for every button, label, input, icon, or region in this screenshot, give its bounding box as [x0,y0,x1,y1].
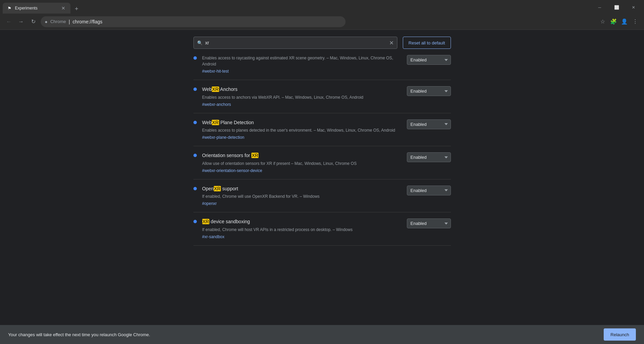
flag-description: Enables access to planes detected in the… [202,127,401,133]
main-content: 🔍 ✕ Reset all to default Enables access … [0,30,644,325]
flag-select-wrap: Default Enabled Disabled [407,119,451,129]
reload-button[interactable]: ↻ [28,17,38,26]
flag-description: Allow use of orientation sensors for XR … [202,160,401,167]
security-icon: ● [45,19,47,24]
flag-link[interactable]: #xr-sandbox [202,234,225,239]
tab-favicon: ⚑ [7,5,12,11]
flag-link[interactable]: #webxr-hit-test [202,69,229,74]
flag-enabled-indicator [193,154,197,157]
new-tab-button[interactable]: + [72,4,81,14]
flag-item: XR device sandboxing If enabled, Chrome … [193,212,451,246]
flag-item: OpenXR support If enabled, Chrome will u… [193,179,451,213]
flag-enabled-indicator [193,187,197,190]
search-clear-button[interactable]: ✕ [389,40,394,46]
flag-enabled-indicator [193,56,197,60]
minimize-button[interactable]: ─ [592,3,607,12]
flag-select[interactable]: Default Enabled Disabled [407,86,451,96]
search-input[interactable] [205,40,387,45]
flag-enabled-indicator [193,220,197,223]
tab-close-button[interactable]: ✕ [60,5,66,11]
flag-content: OpenXR support If enabled, Chrome will u… [202,186,401,206]
flag-highlight: XR [251,153,258,158]
forward-button[interactable]: → [16,17,26,26]
flag-title: WebXR Plane Detection [202,119,401,126]
flag-select[interactable]: Default Enabled Disabled [407,119,451,129]
flag-select-wrap: Default Enabled Disabled [407,86,451,96]
active-tab[interactable]: ⚑ Experiments ✕ [3,3,70,14]
flag-select[interactable]: Default Enabled Disabled [407,218,451,228]
flag-item: Orientation sensors for XR Allow use of … [193,146,451,179]
reset-all-button[interactable]: Reset all to default [403,37,451,49]
flag-content: Orientation sensors for XR Allow use of … [202,152,401,173]
flag-select[interactable]: Default Enabled Disabled [407,55,451,65]
flag-title: OpenXR support [202,186,401,192]
flag-highlight: XR [212,87,219,92]
flag-link[interactable]: #webxr-plane-detection [202,135,245,140]
flag-select-wrap: Default Enabled Disabled [407,186,451,195]
flag-content: Enables access to raycasting against est… [202,55,401,74]
back-button[interactable]: ← [4,17,14,26]
close-button[interactable]: ✕ [626,3,641,12]
flag-link[interactable]: #webxr-orientation-sensor-device [202,168,262,173]
flag-highlight: XR [202,219,209,224]
flag-item: WebXR Anchors Enables access to anchors … [193,80,451,113]
search-box[interactable]: 🔍 ✕ [193,37,397,49]
flag-description: Enables access to raycasting against est… [202,55,401,67]
flag-link[interactable]: #openxr [202,201,217,206]
flag-select-wrap: Default Enabled Disabled [407,218,451,228]
url-bar[interactable]: ● Chrome | chrome://flags [41,16,346,27]
url-brand: Chrome [50,19,66,24]
search-icon: 🔍 [197,40,203,45]
flag-description: Enables access to anchors via WebXR API.… [202,94,401,100]
notification-text: Your changes will take effect the next t… [8,332,598,337]
search-area: 🔍 ✕ Reset all to default [193,30,451,52]
flag-content: WebXR Plane Detection Enables access to … [202,119,401,140]
restore-button[interactable]: ⬜ [609,3,624,12]
flag-content: XR device sandboxing If enabled, Chrome … [202,218,401,239]
flag-item: WebXR Plane Detection Enables access to … [193,113,451,147]
flag-content: WebXR Anchors Enables access to anchors … [202,86,401,107]
address-bar: ← → ↻ ● Chrome | chrome://flags ☆ 🧩 👤 ⋮ [0,14,644,30]
url-separator: | [69,19,70,24]
window-controls: ─ ⬜ ✕ [592,3,641,12]
flag-select[interactable]: Default Enabled Disabled [407,152,451,162]
flag-link[interactable]: #webxr-anchors [202,102,231,107]
flag-enabled-indicator [193,121,197,124]
flags-list: Enables access to raycasting against est… [193,52,451,259]
flag-title: WebXR Anchors [202,86,401,93]
menu-button[interactable]: ⋮ [630,17,640,26]
tab-title: Experiments [15,6,58,11]
title-bar: ⚑ Experiments ✕ + ─ ⬜ ✕ [0,0,644,14]
relaunch-button[interactable]: Relaunch [604,328,636,341]
flag-select-wrap: Default Enabled Disabled [407,55,451,65]
flag-item: Enables access to raycasting against est… [193,52,451,80]
flag-select[interactable]: Default Enabled Disabled [407,186,451,195]
flag-title: XR device sandboxing [202,218,401,225]
flag-highlight: XR [212,120,219,125]
flag-highlight: XR [214,186,221,191]
url-address: chrome://flags [72,19,102,24]
extension-button[interactable]: 🧩 [609,17,618,26]
flag-description: If enabled, Chrome will host VR APIs in … [202,227,401,233]
flag-enabled-indicator [193,88,197,91]
notification-bar: Your changes will take effect the next t… [0,325,644,344]
address-bar-actions: ☆ 🧩 👤 ⋮ [598,17,640,26]
profile-button[interactable]: 👤 [620,17,629,26]
flag-description: If enabled, Chrome will use OpenXR Backe… [202,193,401,199]
bookmark-button[interactable]: ☆ [598,17,607,26]
flag-title: Orientation sensors for XR [202,152,401,159]
flag-select-wrap: Default Enabled Disabled [407,152,451,162]
